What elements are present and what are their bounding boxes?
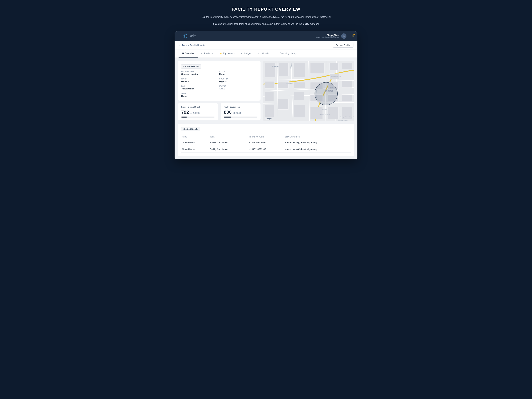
products-stock-count: 792 of 456000 [181,110,215,115]
location-row-ward: WARD Dalawa [181,78,219,83]
svg-text:BADAWA: BADAWA [272,65,279,67]
logo: eHealth AFRICA [183,34,196,38]
page-subtitle1: Help the user simplify every necessary i… [201,15,331,19]
contact-email-cell: Ahmed.musa@ehealthnigeria.org [285,139,351,146]
tab-ledger-icon: ▭ [241,52,243,55]
contact-phone-cell: +2348199999999 [248,139,285,146]
tab-products[interactable]: ⊙ Products [198,50,216,57]
svg-rect-18 [265,92,274,101]
products-out-of-stock-card: Products out of Stock 792 of 456000 [178,103,218,120]
svg-rect-27 [342,63,352,69]
tab-overview[interactable]: ⊞ Overview [178,50,198,57]
location-details-card: Location Details FACILITY TYPE General H… [178,61,260,101]
table-row: Ahmed MusaFacility Coordinator+234819999… [181,139,351,146]
stats-row: Products out of Stock 792 of 456000 Faul… [178,103,260,120]
left-panel: Location Details FACILITY TYPE General H… [178,61,260,121]
svg-rect-23 [294,92,304,100]
tab-ledger-label: Ledger [244,52,251,55]
top-content-row: Location Details FACILITY TYPE General H… [178,61,354,121]
back-link[interactable]: ← Back to Facility Reports [178,44,205,47]
contact-role-cell: Facility Coordinator [209,139,248,146]
location-right-col: STATE Kano COUNTRY Nigeria STATUS Active [219,71,257,97]
tab-products-label: Products [204,52,213,55]
products-stock-progress-fill [181,117,187,118]
svg-text:Sardauna Crescent: Sardauna Crescent [319,113,330,115]
products-stock-number: 792 [181,110,189,115]
tab-overview-icon: ⊞ [182,52,184,55]
logo-globe-icon [183,34,188,38]
svg-rect-17 [265,82,275,89]
svg-text:Taamiya Babba Village Road: Taamiya Babba Village Road [340,116,354,118]
svg-rect-25 [330,63,338,70]
lga-label: LGA [181,85,219,87]
svg-rect-21 [278,99,289,109]
location-row-facility-type: FACILITY TYPE General Hospital [181,71,219,75]
faulty-equipments-total: of 20000 [233,112,241,114]
user-name: Ahmed Musa [316,34,339,36]
faulty-equipments-card: Faulty Equipments 800 of 20000 [221,103,261,120]
avatar[interactable]: A [341,33,347,39]
logo-text: eHealth AFRICA [189,34,196,38]
svg-rect-31 [342,81,352,88]
contact-details-card: Contact Details NAME ROLE PHONE NUMBER E… [178,124,354,156]
page-title: FACILITY REPORT OVERVIEW [201,7,331,12]
page-subtitle2: It also help the user keep track of all … [201,22,331,26]
facility-type-label: FACILITY TYPE [181,71,219,72]
chevron-down-icon[interactable]: ▾ [348,35,349,37]
country-value: Nigeria [219,80,257,83]
country-label: COUNTRY [219,78,257,80]
tab-utilization[interactable]: ∿ Utilization [254,50,273,57]
tab-reporting-history-icon: ▭ [277,52,279,55]
svg-rect-22 [294,82,305,89]
contact-name-cell: Ahmed Musa [181,146,209,153]
svg-rect-15 [279,63,289,76]
faulty-equipments-progress-fill [224,117,231,118]
facility-badge[interactable]: Dalawa Facility [333,43,354,48]
location-row-lga: LGA Tudun Wada [181,85,219,90]
svg-rect-28 [310,63,324,74]
facility-type-value: General Hospital [181,73,219,75]
tab-reporting-history[interactable]: ▭ Reporting History [273,50,300,57]
contact-col-phone: PHONE NUMBER [248,135,285,139]
location-left-col: FACILITY TYPE General Hospital WARD Dala… [181,71,219,97]
contact-email-cell: Ahmed.musa@ehealthnigeria.org [285,146,351,153]
location-details-title: Location Details [181,64,201,69]
svg-rect-33 [310,107,323,119]
back-label: Back to Facility Reports [182,44,205,46]
location-row-country: COUNTRY Nigeria [219,78,257,83]
tab-utilization-label: Utilization [261,52,270,55]
contact-name-cell: Ahmed Musa [181,139,209,146]
tab-equipments-icon: ⚡ [219,52,222,55]
zone-value: Rano [181,95,219,97]
products-stock-label: Products out of Stock [181,106,215,108]
status-label: STATUS [219,85,257,87]
tab-reporting-history-label: Reporting History [280,52,297,55]
contact-details-title: Contact Details [181,127,200,131]
zone-label: ZONE [181,93,219,95]
user-info: Ahmed Musa ahmedmusa@ehealthafrica.org [316,34,339,38]
tab-ledger[interactable]: ▭ Ledger [238,50,254,57]
contact-phone-cell: +2348199999999 [248,146,285,153]
user-email: ahmedmusa@ehealthafrica.org [316,36,339,38]
app-window: ☰ eHealth AFRICA Ahmed Musa ahmedmusa@eh… [175,32,357,159]
svg-text:Google: Google [266,118,272,120]
topnav-left: ☰ eHealth AFRICA [178,34,196,38]
svg-point-49 [315,82,337,105]
contact-col-role: ROLE [209,135,248,139]
svg-text:Hadejia-Kano Rd: Hadejia-Kano Rd [331,76,341,77]
faulty-equipments-label: Faulty Equipments [224,106,257,108]
hamburger-icon[interactable]: ☰ [178,34,181,38]
products-stock-total: of 456000 [190,112,200,114]
map-svg: BADAWA Kano KAWO GIGINYU Hadejia Rd Hade… [263,61,354,121]
map-panel: BADAWA Kano KAWO GIGINYU Hadejia Rd Hade… [263,61,354,121]
svg-text:Hadejia Road: Hadejia Road [286,83,293,84]
state-label: STATE [219,71,257,72]
status-value: Active [219,88,257,90]
tab-equipments[interactable]: ⚡ Equipments [216,50,238,57]
svg-rect-16 [294,63,305,77]
tab-overview-label: Overview [185,52,195,55]
lga-value: Tudun Wada [181,88,219,90]
state-value: Kano [219,73,257,75]
gear-notification-badge [354,34,355,35]
table-row: Ahmed MusaFacility Coordinator+234819999… [181,146,351,153]
